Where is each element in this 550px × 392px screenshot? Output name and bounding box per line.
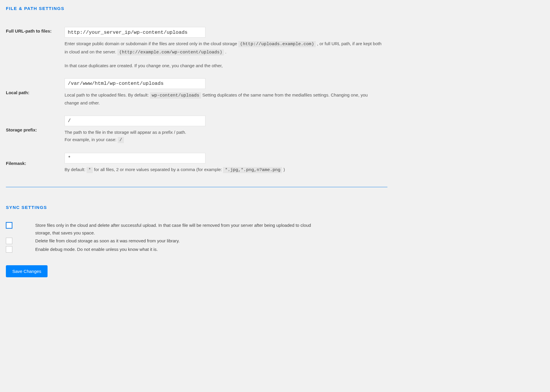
file-path-settings-heading: FILE & PATH SETTINGS <box>6 6 387 11</box>
file-path-settings-table: Full URL-path to files: Enter storage pu… <box>6 23 387 178</box>
save-changes-button[interactable]: Save Changes <box>6 265 48 277</box>
sync-delete-from-cloud-label: Delete file from cloud storage as soon a… <box>35 237 387 245</box>
section-divider <box>6 187 387 187</box>
storage-prefix-desc-line-2a: For example, in your case: <box>65 137 118 142</box>
filemask-description: By default: * for all files, 2 or more v… <box>65 166 382 174</box>
filemask-label: Filemask: <box>6 148 65 178</box>
full-url-desc-text-1: Enter storage public domain or subdomain… <box>65 41 238 46</box>
storage-prefix-desc-line-1: The path to the file in the storage will… <box>65 129 382 136</box>
local-path-description: Local path to the uploaded files. By def… <box>65 91 382 107</box>
filemask-desc-text-1: By default: <box>65 167 87 172</box>
sync-settings-heading: SYNC SETTINGS <box>6 205 387 210</box>
storage-prefix-description: The path to the file in the storage will… <box>65 129 382 144</box>
filemask-desc-code-2: *.jpg,*.png,n?ame.png <box>223 167 282 173</box>
filemask-desc-text-3: ) <box>284 167 285 172</box>
full-url-desc-code-1: (http://uploads.example.com) <box>238 41 316 47</box>
full-url-label: Full URL-path to files: <box>6 23 65 74</box>
local-path-label: Local path: <box>6 74 65 111</box>
sync-settings-options: Store files only in the cloud and delete… <box>6 222 387 254</box>
local-path-desc-code: wp-content/uploads <box>150 92 201 99</box>
filemask-desc-text-2: for all files, 2 or more values separate… <box>94 167 223 172</box>
local-path-desc-text-1: Local path to the uploaded files. By def… <box>65 92 150 97</box>
sync-delete-from-cloud-checkbox[interactable] <box>6 238 12 244</box>
local-path-input[interactable] <box>65 78 205 89</box>
storage-prefix-desc-code: / <box>118 137 124 143</box>
storage-prefix-input[interactable] <box>65 116 205 126</box>
sync-debug-mode-label: Enable debug mode. Do not enable unless … <box>35 246 387 253</box>
full-url-desc-code-2: (http://example.com/wp-content/uploads) <box>117 49 224 55</box>
sync-store-cloud-only-checkbox[interactable] <box>6 222 12 229</box>
filemask-input[interactable] <box>65 153 205 163</box>
full-url-desc-paragraph-2: In that case duplicates are created. If … <box>65 62 382 70</box>
filemask-desc-code-1: * <box>87 167 93 173</box>
storage-prefix-label: Storage prefix: <box>6 111 65 148</box>
sync-debug-mode-checkbox[interactable] <box>6 246 12 253</box>
full-url-description: Enter storage public domain or subdomain… <box>65 40 382 70</box>
full-url-input[interactable] <box>65 27 205 38</box>
sync-store-cloud-only-label: Store files only in the cloud and delete… <box>35 222 387 236</box>
full-url-desc-text-3: . <box>225 49 226 54</box>
